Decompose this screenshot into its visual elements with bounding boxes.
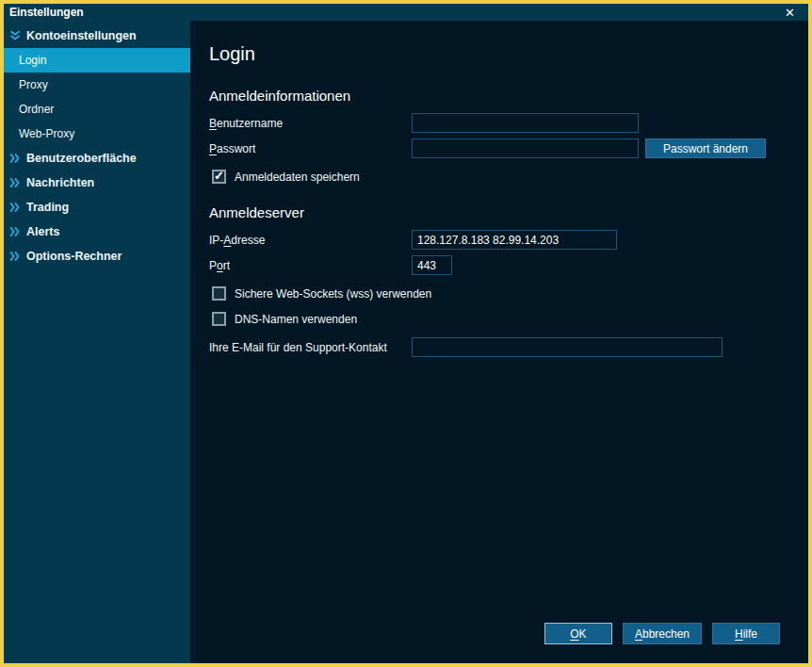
sidebar-item-ordner[interactable]: Ordner <box>4 97 190 122</box>
sidebar-item-login[interactable]: Login <box>4 48 190 73</box>
ip-address-row: IP-Adresse <box>209 230 780 250</box>
main-panel: Login Anmeldeinformationen Benutzername … <box>190 21 808 663</box>
sidebar-item-label: Nachrichten <box>26 176 94 189</box>
help-button[interactable]: Hilfe <box>712 623 780 644</box>
port-row: Port <box>209 255 780 275</box>
chevron-double-right-icon <box>9 153 23 164</box>
dns-row: ✓ DNS-Namen verwenden <box>212 312 780 326</box>
sidebar-item-alerts[interactable]: Alerts <box>4 220 190 244</box>
sidebar-item-label: Web-Proxy <box>19 127 74 140</box>
window-title: Einstellungen <box>9 6 84 19</box>
sidebar-item-label: Kontoeinstellungen <box>26 29 137 42</box>
sidebar: Kontoeinstellungen Login Proxy Ordner We… <box>4 21 190 663</box>
support-email-row: Ihre E-Mail für den Support-Kontakt <box>209 337 780 357</box>
settings-window: Einstellungen ✕ Kontoeinstellungen Login… <box>0 0 812 667</box>
password-label: Passwort <box>209 142 412 155</box>
chevron-double-right-icon <box>9 226 23 237</box>
username-input[interactable] <box>412 113 639 133</box>
sidebar-item-kontoeinstellungen[interactable]: Kontoeinstellungen <box>4 24 190 48</box>
sidebar-item-benutzeroberflaeche[interactable]: Benutzeroberfläche <box>4 146 190 171</box>
chevron-double-right-icon <box>9 251 23 262</box>
login-info-heading: Anmeldeinformationen <box>209 88 780 104</box>
ip-address-label: IP-Adresse <box>209 234 412 247</box>
window-body: Kontoeinstellungen Login Proxy Ordner We… <box>4 21 808 663</box>
dialog-footer: OK Abbrechen Hilfe <box>544 623 780 644</box>
remember-credentials-checkbox[interactable]: ✓ <box>212 170 226 184</box>
server-section: Anmeldeserver IP-Adresse Port ✓ Sichere … <box>209 204 780 357</box>
password-input[interactable] <box>412 138 639 158</box>
sidebar-item-label: Options-Rechner <box>26 250 122 263</box>
remember-credentials-row: ✓ Anmeldedaten speichern <box>212 170 780 184</box>
change-password-button[interactable]: Passwort ändern <box>645 138 766 158</box>
sidebar-item-nachrichten[interactable]: Nachrichten <box>4 171 190 195</box>
dns-checkbox[interactable]: ✓ <box>212 312 226 326</box>
sidebar-item-label: Benutzeroberfläche <box>26 152 137 165</box>
checkmark-icon: ✓ <box>214 169 224 183</box>
cancel-button[interactable]: Abbrechen <box>623 623 702 644</box>
login-info-section: Anmeldeinformationen Benutzername Passwo… <box>209 88 780 184</box>
ok-button[interactable]: OK <box>544 623 612 644</box>
support-email-input[interactable] <box>412 337 723 357</box>
sidebar-item-label: Trading <box>26 201 69 214</box>
remember-credentials-label: Anmeldedaten speichern <box>235 171 360 184</box>
dns-label: DNS-Namen verwenden <box>235 313 357 326</box>
support-email-label: Ihre E-Mail für den Support-Kontakt <box>209 341 412 354</box>
wss-row: ✓ Sichere Web-Sockets (wss) verwenden <box>212 286 780 301</box>
wss-checkbox[interactable]: ✓ <box>212 286 226 301</box>
port-label: Port <box>209 259 412 272</box>
chevron-double-right-icon <box>9 202 23 213</box>
username-row: Benutzername <box>209 113 780 133</box>
sidebar-item-options-rechner[interactable]: Options-Rechner <box>4 244 190 268</box>
chevron-double-down-icon <box>9 30 23 41</box>
sidebar-item-label: Proxy <box>19 78 48 91</box>
close-icon[interactable]: ✕ <box>777 7 803 19</box>
page-title: Login <box>209 43 780 65</box>
sidebar-item-web-proxy[interactable]: Web-Proxy <box>4 122 190 146</box>
sidebar-item-label: Alerts <box>26 225 59 238</box>
sidebar-item-label: Login <box>19 54 46 67</box>
ip-address-input[interactable] <box>412 230 617 250</box>
server-heading: Anmeldeserver <box>209 204 780 220</box>
sidebar-item-label: Ordner <box>19 103 54 116</box>
sidebar-item-proxy[interactable]: Proxy <box>4 73 190 97</box>
titlebar[interactable]: Einstellungen ✕ <box>4 4 808 21</box>
port-input[interactable] <box>412 255 452 275</box>
chevron-double-right-icon <box>9 177 23 188</box>
wss-label: Sichere Web-Sockets (wss) verwenden <box>235 287 431 301</box>
username-label: Benutzername <box>209 117 412 130</box>
sidebar-item-trading[interactable]: Trading <box>4 195 190 220</box>
password-row: Passwort Passwort ändern <box>209 138 780 158</box>
